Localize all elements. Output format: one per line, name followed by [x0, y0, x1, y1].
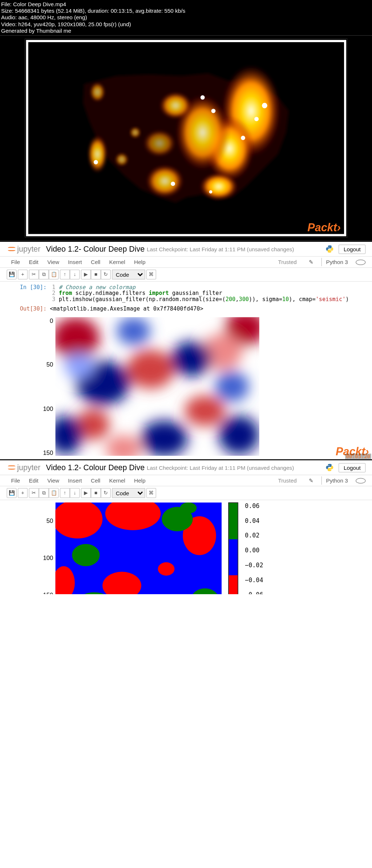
svg-point-12	[262, 103, 267, 108]
move-up-button[interactable]: ↑	[60, 488, 70, 498]
svg-point-6	[146, 165, 183, 197]
menu-cell[interactable]: Cell	[86, 476, 105, 485]
svg-point-48	[180, 503, 197, 514]
timestamp-2: 00:05:20	[345, 453, 371, 459]
move-down-button[interactable]: ↓	[70, 269, 80, 279]
svg-point-34	[215, 371, 249, 402]
size-line: Size: 54668341 bytes (52.14 MiB), durati…	[0, 8, 372, 14]
celltype-select[interactable]: Code	[112, 269, 145, 279]
paste-button[interactable]: 📋	[49, 269, 58, 279]
gen-line: Generated by Thumbnail me	[0, 28, 372, 34]
out-text: <matplotlib.image.AxesImage at 0x7f78400…	[50, 305, 361, 312]
restart-button[interactable]: ↻	[101, 488, 111, 498]
svg-point-17	[170, 182, 175, 186]
checkpoint-text: Last Checkpoint: Last Friday at 1:11 PM …	[147, 246, 294, 252]
menu-edit[interactable]: Edit	[24, 476, 43, 485]
thumbnail-1: Packt› 00:02:43	[0, 36, 372, 241]
menu-insert[interactable]: Insert	[64, 476, 86, 485]
copy-button[interactable]: ⧉	[39, 269, 49, 279]
edit-icon[interactable]: ✎	[304, 258, 318, 266]
svg-point-9	[90, 83, 105, 102]
code-cell[interactable]: 1# Choose a new colormap 2from scipy.ndi…	[50, 284, 361, 302]
file-line: File: Color Deep Dive.mp4	[0, 1, 372, 8]
toolbar: 💾 + ✂ ⧉ 📋 ↑ ↓ ▶ ■ ↻ Code ⌘	[0, 268, 372, 282]
svg-point-33	[117, 317, 151, 345]
svg-point-42	[158, 562, 175, 576]
seismic-plot	[56, 317, 259, 456]
svg-point-29	[171, 341, 212, 376]
python-icon	[326, 245, 334, 253]
menu-file[interactable]: File	[7, 476, 24, 485]
run-button[interactable]: ▶	[81, 269, 91, 279]
out-prompt: Out[30]:	[11, 305, 50, 312]
menu-bar: File Edit View Insert Cell Kernel Help T…	[0, 257, 372, 268]
svg-point-24	[185, 396, 225, 426]
jupyter-logo[interactable]: jupyter	[7, 244, 40, 254]
command-palette-button[interactable]: ⌘	[146, 488, 156, 498]
add-cell-button[interactable]: +	[18, 488, 28, 498]
celltype-select[interactable]: Code	[112, 488, 145, 498]
restart-button[interactable]: ↻	[101, 269, 111, 279]
add-cell-button[interactable]: +	[18, 269, 28, 279]
svg-point-8	[88, 135, 107, 173]
move-down-button[interactable]: ↓	[70, 488, 80, 498]
usa-nightlights-map	[44, 52, 328, 224]
discrete-colormap-plot	[56, 503, 222, 594]
notebook-title[interactable]: Video 1.2- Colour Deep Dive	[46, 245, 145, 253]
mediainfo-block: File: Color Deep Dive.mp4 Size: 54668341…	[0, 0, 372, 36]
svg-point-23	[127, 350, 174, 389]
jupyter-shot-2: jupyter Video 1.2- Colour Deep Dive Last…	[0, 241, 372, 459]
menu-edit[interactable]: Edit	[24, 258, 43, 266]
save-button[interactable]: 💾	[7, 269, 16, 279]
logout-button[interactable]: Logout	[339, 463, 365, 472]
svg-point-10	[115, 153, 128, 166]
jupyter-logo[interactable]: jupyter	[7, 463, 40, 472]
menu-kernel[interactable]: Kernel	[105, 476, 129, 485]
menu-cell[interactable]: Cell	[86, 258, 105, 266]
notebook-title[interactable]: Video 1.2- Colour Deep Dive	[46, 463, 145, 472]
move-up-button[interactable]: ↑	[60, 269, 70, 279]
svg-point-14	[240, 136, 245, 140]
svg-point-30	[140, 420, 188, 456]
menu-view[interactable]: View	[43, 476, 64, 485]
kernel-name[interactable]: Python 3	[321, 258, 352, 266]
edit-icon[interactable]: ✎	[304, 476, 318, 485]
menu-kernel[interactable]: Kernel	[105, 258, 129, 266]
jupyter-shot-3: jupyter Video 1.2- Colour Deep Dive Last…	[0, 459, 372, 594]
menu-view[interactable]: View	[43, 258, 64, 266]
paste-button[interactable]: 📋	[49, 488, 58, 498]
cut-button[interactable]: ✂	[29, 488, 39, 498]
kernel-status-icon	[356, 259, 365, 265]
svg-point-44	[72, 544, 100, 566]
svg-point-7	[143, 130, 175, 157]
colorbar-labels: 0.060.040.020.00−0.02−0.04−0.06−0.08	[245, 503, 263, 594]
stop-button[interactable]: ■	[91, 488, 101, 498]
menu-insert[interactable]: Insert	[64, 258, 86, 266]
in-prompt: In [30]:	[11, 284, 50, 302]
checkpoint-text: Last Checkpoint: Last Friday at 1:11 PM …	[147, 464, 294, 471]
svg-point-31	[218, 416, 259, 455]
packt-logo: Packt›	[307, 221, 341, 234]
video-line: Video: h264, yuv420p, 1920x1080, 25.00 f…	[0, 21, 372, 28]
save-button[interactable]: 💾	[7, 488, 16, 498]
logout-button[interactable]: Logout	[339, 244, 365, 254]
menu-help[interactable]: Help	[130, 258, 150, 266]
svg-point-19	[200, 95, 205, 100]
jupyter-icon	[7, 244, 16, 254]
svg-point-11	[130, 127, 141, 138]
svg-point-18	[93, 160, 98, 165]
command-palette-button[interactable]: ⌘	[146, 269, 156, 279]
trusted-label[interactable]: Trusted	[274, 258, 301, 266]
run-button[interactable]: ▶	[81, 488, 91, 498]
stop-button[interactable]: ■	[91, 269, 101, 279]
jupyter-icon	[7, 463, 16, 472]
svg-point-16	[209, 191, 212, 194]
menu-help[interactable]: Help	[130, 476, 150, 485]
copy-button[interactable]: ⧉	[39, 488, 49, 498]
colorbar	[228, 503, 238, 594]
svg-point-13	[254, 117, 258, 121]
menu-file[interactable]: File	[7, 258, 24, 266]
audio-line: Audio: aac, 48000 Hz, stereo (eng)	[0, 15, 372, 21]
python-icon	[326, 463, 334, 472]
cut-button[interactable]: ✂	[29, 269, 39, 279]
